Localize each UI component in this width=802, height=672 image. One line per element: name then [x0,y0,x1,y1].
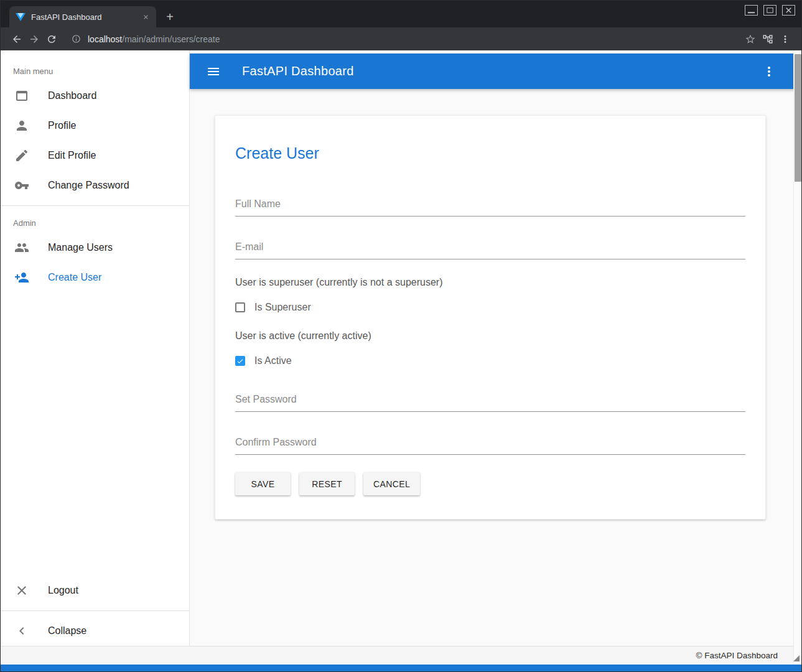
is-active-checkbox[interactable]: Is Active [235,355,292,366]
full-name-field [235,196,745,217]
password-field [235,391,745,412]
new-tab-button[interactable]: + [161,8,179,26]
sidebar-item-collapse[interactable]: Collapse [1,616,189,646]
sidebar-divider [1,205,189,206]
chevron-left-icon [14,623,29,638]
window-controls [745,5,795,16]
bookmark-star-icon[interactable] [742,30,759,48]
sidebar-spacer [1,292,189,576]
reset-button[interactable]: RESET [299,472,355,495]
address-bar[interactable]: localhost/main/admin/users/create [67,30,735,48]
browser-titlebar: FastAPI Dashboard + [1,1,801,27]
superuser-hint: User is superuser (currently is not a su… [235,277,745,288]
minimize-button[interactable] [745,5,758,16]
page-viewport: Main menu Dashboard Profile [1,50,801,671]
sidebar-section-admin: Admin [1,211,189,233]
browser-window: FastAPI Dashboard + [0,0,802,672]
web-asset-icon [14,88,29,103]
person-add-icon [14,270,29,285]
sidebar-section-main-menu: Main menu [1,59,189,81]
confirm-password-field [235,434,745,455]
copyright-text: © FastAPI Dashboard [696,651,778,660]
sidebar: Main menu Dashboard Profile [1,50,190,646]
close-window-button[interactable] [782,5,795,16]
key-icon [14,178,29,193]
browser-toolbar: localhost/main/admin/users/create [1,27,801,50]
appbar-overflow-menu-icon[interactable] [762,64,776,79]
footer-accent-bar [1,665,801,671]
page-title: Create User [235,144,745,162]
sidebar-item-dashboard[interactable]: Dashboard [1,81,189,111]
create-user-card: Create User User is superuser (currently… [215,115,766,520]
cancel-button[interactable]: CANCEL [363,472,420,495]
person-icon [14,118,29,133]
checkbox-unchecked-icon [235,302,245,312]
reload-icon[interactable] [43,30,60,48]
maximize-button[interactable] [763,5,776,16]
appbar: FastAPI Dashboard [190,54,801,89]
url-text: localhost/main/admin/users/create [88,34,220,44]
sidebar-item-edit-profile[interactable]: Edit Profile [1,141,189,170]
pencil-icon [14,148,29,163]
is-superuser-checkbox[interactable]: Is Superuser [235,302,311,313]
full-name-input[interactable] [235,196,745,217]
hamburger-menu-icon[interactable] [206,64,221,79]
tab-close-icon[interactable] [141,12,151,22]
browser-tab[interactable]: FastAPI Dashboard [9,6,156,27]
extensions-icon[interactable] [759,30,776,48]
group-icon [14,240,29,255]
site-info-icon [72,34,81,44]
form-actions: SAVE RESET CANCEL [235,472,745,495]
scrollbar-thumb[interactable] [795,54,801,182]
sidebar-item-manage-users[interactable]: Manage Users [1,233,189,263]
resize-grip-icon [793,655,800,661]
email-field [235,239,745,259]
vuetify-logo-icon [16,13,26,21]
email-input[interactable] [235,239,745,259]
browser-menu-icon[interactable] [776,30,794,48]
forward-icon[interactable] [26,30,43,48]
content-area: Create User User is superuser (currently… [190,89,801,646]
main-area: FastAPI Dashboard Create User [190,50,801,646]
sidebar-item-change-password[interactable]: Change Password [1,170,189,200]
sidebar-item-logout[interactable]: Logout [1,576,189,605]
password-input[interactable] [235,391,745,412]
close-x-icon [14,583,29,598]
appbar-title: FastAPI Dashboard [242,64,354,78]
sidebar-divider-bottom [1,610,189,611]
tab-title: FastAPI Dashboard [31,12,141,22]
confirm-password-input[interactable] [235,434,745,455]
back-icon[interactable] [8,30,26,48]
sidebar-item-create-user[interactable]: Create User [1,263,189,292]
scrollbar[interactable] [793,50,801,665]
checkbox-checked-icon [235,356,245,366]
active-hint: User is active (currently active) [235,330,745,342]
save-button[interactable]: SAVE [235,472,291,495]
sidebar-item-profile[interactable]: Profile [1,111,189,141]
page-footer: © FastAPI Dashboard [1,646,801,665]
